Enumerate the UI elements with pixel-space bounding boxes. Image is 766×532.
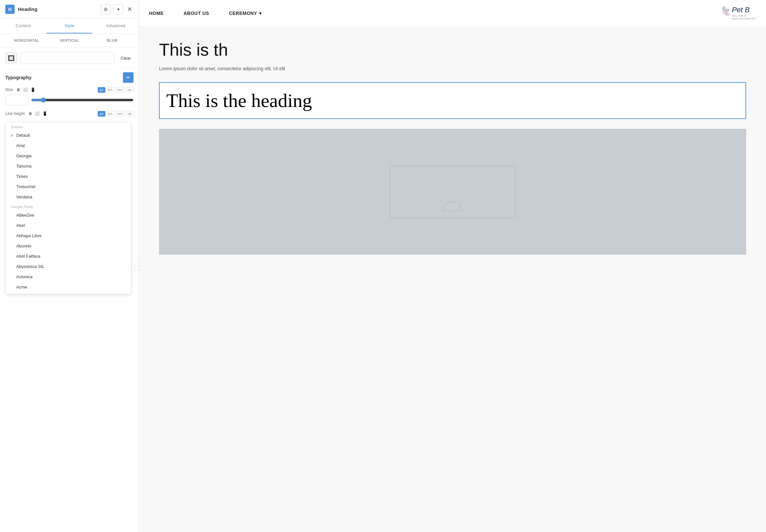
panel-title: Heading [18,6,101,12]
chevron-left-icon: ‹ [138,264,139,268]
vertical-tab[interactable]: VERTICAL [48,36,91,44]
tab-content[interactable]: Content [0,19,46,33]
unit-em[interactable]: em [106,87,115,93]
lh-unit-tags: px em rem vw [98,111,134,117]
nav-link-home[interactable]: HOME [149,11,164,16]
edit-typography-button[interactable]: ✏ [123,72,134,83]
monitor-icon[interactable]: 🖥 [16,87,21,93]
collapse-sidebar-button[interactable]: ‹ [134,261,139,271]
typography-section: Typography ✏ Size 🖥 ⬜ 📱 px em [0,69,139,125]
layout-icon: ⊞ [104,7,108,12]
system-fonts-group-label: System [6,122,131,130]
size-row: Size 🖥 ⬜ 📱 px em rem vw [5,87,134,105]
lh-unit-vw[interactable]: vw [126,111,134,117]
svg-point-3 [722,11,726,14]
font-dropdown[interactable]: System Default Arial Georgia Tahoma Time… [5,122,131,294]
nav-links: HOME ABOUT US CEREMONY ▾ [149,11,262,16]
tab-advanced[interactable]: Advanced [92,19,139,33]
font-item-abeezee[interactable]: ABeeZee [6,210,131,220]
typography-label: Typography [5,75,31,80]
heading-element-text: This is the heading [160,89,745,112]
unit-vw[interactable]: vw [126,87,134,93]
font-item-tahoma[interactable]: Tahoma [6,161,131,171]
font-item-abril-fatface[interactable]: Abril Fatface [6,251,131,261]
size-slider[interactable] [31,97,134,103]
size-label: Size 🖥 ⬜ 📱 [5,87,36,93]
shadow-sub-tabs: HORIZONTAL VERTICAL BLUR [0,34,139,47]
font-item-abel[interactable]: Abel [6,220,131,231]
logo-text: Pet B [732,6,756,14]
lh-unit-rem[interactable]: rem [115,111,125,117]
horizontal-tab[interactable]: HORIZONTAL [5,36,48,44]
lh-unit-px[interactable]: px [98,111,105,117]
hero-description: Lorem ipsum dolor sit amet, consectetur … [159,65,746,72]
close-icon: ✕ [127,6,132,13]
google-fonts-group-label: Google Fonts [6,202,131,210]
font-item-arial[interactable]: Arial [6,140,131,151]
shadow-value-input[interactable] [21,52,115,64]
font-item-verdana[interactable]: Verdana [6,192,131,202]
font-item-georgia[interactable]: Georgia [6,151,131,161]
image-placeholder [159,129,746,255]
shadow-section: 🔲 Clear [0,47,139,69]
nav-link-ceremony[interactable]: CEREMONY ▾ [229,11,261,16]
nav-bar: HOME ABOUT US CEREMONY ▾ [139,0,766,27]
line-height-row: Line height 🖥 ⬜ 📱 px em rem vw [5,111,134,117]
unit-rem[interactable]: rem [115,87,125,93]
monitor-icon-lh[interactable]: 🖥 [27,111,33,117]
blur-tab[interactable]: BLUR [91,36,134,44]
heading-element[interactable]: This is the heading [159,82,746,119]
nav-arrow-icon: ▾ [259,11,262,16]
main-content: This is th Lorem ipsum dolor sit amet, c… [139,27,766,532]
mobile-icon[interactable]: 📱 [30,87,36,93]
mobile-icon-lh[interactable]: 📱 [42,111,48,117]
size-value-input[interactable] [5,95,28,105]
tablet-icon-lh[interactable]: ⬜ [34,111,40,117]
close-panel-button[interactable]: ✕ [126,4,134,14]
font-item-acme[interactable]: Acme [6,282,131,292]
image-circle-icon [443,201,463,211]
chevron-down-icon: ▾ [117,7,120,12]
font-item-default[interactable]: Default [6,130,131,140]
nav-link-about[interactable]: ABOUT US [184,11,209,16]
clear-shadow-button[interactable]: Clear [118,56,134,61]
panel-header: H Heading ⊞ ▾ ✕ [0,0,139,19]
right-panel: HOME ABOUT US CEREMONY ▾ [139,0,766,532]
logo-subtext: CELINE BPHOTOGRAPHY [732,14,756,20]
layout-toggle-button[interactable]: ⊞ [101,4,111,14]
shadow-icon: 🔲 [8,55,15,61]
tablet-icon[interactable]: ⬜ [22,87,28,93]
font-item-aclonica[interactable]: Aclonica [6,272,131,282]
font-item-trebuchet[interactable]: Trebuchet [6,182,131,192]
element-type-icon: H [5,5,15,14]
panel-header-actions: ⊞ ▾ ✕ [101,4,134,14]
lh-unit-em[interactable]: em [106,111,115,117]
more-options-button[interactable]: ▾ [113,4,123,14]
left-panel: H Heading ⊞ ▾ ✕ Content Style Advanced H… [0,0,139,532]
size-unit-tags: px em rem vw [98,87,134,93]
tab-style[interactable]: Style [46,19,93,33]
hero-title: This is th [159,40,746,60]
line-height-label: Line height 🖥 ⬜ 📱 [5,111,48,117]
shadow-color-button[interactable]: 🔲 [5,52,17,64]
font-item-actor[interactable]: Actor [6,292,131,294]
font-item-abyssinica-sil[interactable]: Abyssinica SIL [6,261,131,272]
pencil-icon: ✏ [126,75,130,80]
image-inner-box [390,165,516,218]
font-item-aboreto[interactable]: Aboreto [6,241,131,251]
panel-tabs: Content Style Advanced [0,19,139,34]
font-item-abhaya-libre[interactable]: Abhaya Libre [6,231,131,241]
logo-flower-icon [717,6,731,19]
unit-px[interactable]: px [98,87,105,93]
font-item-times[interactable]: Times [6,171,131,182]
nav-logo: Pet B CELINE BPHOTOGRAPHY [717,6,756,21]
